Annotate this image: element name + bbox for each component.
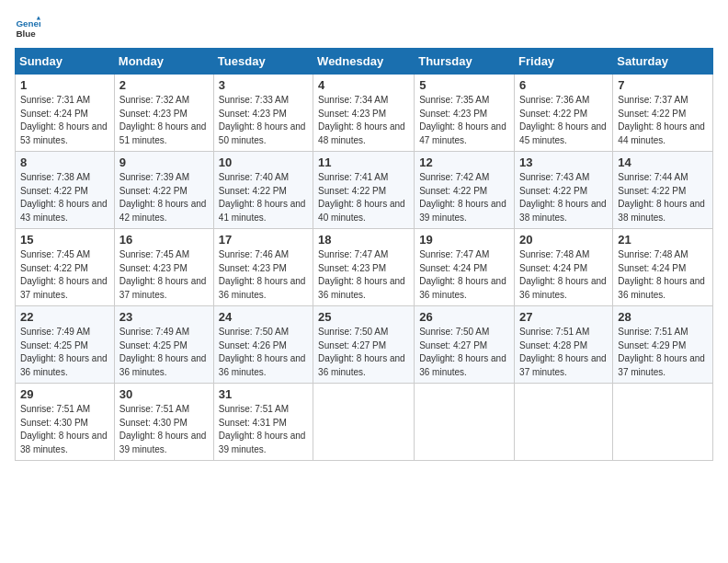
- calendar-cell: 21 Sunrise: 7:48 AM Sunset: 4:24 PM Dayl…: [613, 229, 713, 306]
- day-header-friday: Friday: [515, 49, 613, 75]
- day-number: 26: [419, 310, 509, 324]
- cell-info: Sunrise: 7:34 AM Sunset: 4:23 PM Dayligh…: [318, 94, 409, 147]
- calendar-header-row: SundayMondayTuesdayWednesdayThursdayFrid…: [16, 49, 713, 75]
- day-number: 18: [318, 233, 409, 247]
- cell-info: Sunrise: 7:51 AM Sunset: 4:31 PM Dayligh…: [219, 403, 308, 456]
- day-number: 10: [219, 155, 308, 169]
- calendar-cell: 31 Sunrise: 7:51 AM Sunset: 4:31 PM Dayl…: [213, 384, 313, 461]
- calendar-cell: 25 Sunrise: 7:50 AM Sunset: 4:27 PM Dayl…: [313, 306, 415, 384]
- day-number: 21: [618, 233, 708, 247]
- calendar-cell: 7 Sunrise: 7:37 AM Sunset: 4:22 PM Dayli…: [613, 75, 713, 152]
- day-number: 24: [219, 310, 308, 324]
- cell-info: Sunrise: 7:33 AM Sunset: 4:23 PM Dayligh…: [219, 94, 308, 147]
- day-number: 8: [20, 155, 109, 169]
- cell-info: Sunrise: 7:45 AM Sunset: 4:22 PM Dayligh…: [20, 248, 109, 302]
- calendar-cell: 4 Sunrise: 7:34 AM Sunset: 4:23 PM Dayli…: [313, 75, 415, 152]
- cell-info: Sunrise: 7:32 AM Sunset: 4:23 PM Dayligh…: [119, 94, 209, 147]
- day-number: 30: [119, 387, 209, 401]
- page-header: General Blue: [15, 15, 713, 40]
- day-number: 22: [20, 310, 109, 324]
- cell-info: Sunrise: 7:46 AM Sunset: 4:23 PM Dayligh…: [219, 248, 308, 302]
- calendar-cell: 12 Sunrise: 7:42 AM Sunset: 4:22 PM Dayl…: [415, 152, 515, 229]
- calendar-cell: 17 Sunrise: 7:46 AM Sunset: 4:23 PM Dayl…: [213, 229, 313, 306]
- cell-info: Sunrise: 7:38 AM Sunset: 4:22 PM Dayligh…: [20, 171, 109, 224]
- calendar-cell: 20 Sunrise: 7:48 AM Sunset: 4:24 PM Dayl…: [515, 229, 613, 306]
- cell-info: Sunrise: 7:35 AM Sunset: 4:23 PM Dayligh…: [419, 94, 509, 147]
- day-number: 15: [20, 233, 109, 247]
- day-number: 12: [419, 155, 509, 169]
- day-number: 2: [119, 78, 209, 92]
- calendar-cell: 29 Sunrise: 7:51 AM Sunset: 4:30 PM Dayl…: [16, 384, 115, 461]
- day-number: 17: [219, 233, 308, 247]
- logo: General Blue: [15, 15, 44, 40]
- cell-info: Sunrise: 7:50 AM Sunset: 4:26 PM Dayligh…: [219, 326, 308, 379]
- calendar-cell: 15 Sunrise: 7:45 AM Sunset: 4:22 PM Dayl…: [16, 229, 115, 306]
- day-number: 3: [219, 78, 308, 92]
- calendar-cell: 18 Sunrise: 7:47 AM Sunset: 4:23 PM Dayl…: [313, 229, 415, 306]
- day-number: 13: [519, 155, 608, 169]
- cell-info: Sunrise: 7:36 AM Sunset: 4:22 PM Dayligh…: [519, 94, 608, 147]
- cell-info: Sunrise: 7:48 AM Sunset: 4:24 PM Dayligh…: [618, 248, 708, 302]
- cell-info: Sunrise: 7:31 AM Sunset: 4:24 PM Dayligh…: [20, 94, 109, 147]
- day-number: 5: [419, 78, 509, 92]
- day-header-thursday: Thursday: [415, 49, 515, 75]
- cell-info: Sunrise: 7:40 AM Sunset: 4:22 PM Dayligh…: [219, 171, 308, 224]
- day-header-tuesday: Tuesday: [213, 49, 313, 75]
- calendar-cell: 27 Sunrise: 7:51 AM Sunset: 4:28 PM Dayl…: [515, 306, 613, 384]
- day-header-monday: Monday: [114, 49, 213, 75]
- calendar-cell: [613, 384, 713, 461]
- calendar-cell: 24 Sunrise: 7:50 AM Sunset: 4:26 PM Dayl…: [213, 306, 313, 384]
- day-header-wednesday: Wednesday: [313, 49, 415, 75]
- cell-info: Sunrise: 7:49 AM Sunset: 4:25 PM Dayligh…: [119, 326, 209, 379]
- calendar-cell: 13 Sunrise: 7:43 AM Sunset: 4:22 PM Dayl…: [515, 152, 613, 229]
- cell-info: Sunrise: 7:51 AM Sunset: 4:30 PM Dayligh…: [20, 403, 109, 456]
- week-row-2: 8 Sunrise: 7:38 AM Sunset: 4:22 PM Dayli…: [16, 152, 713, 229]
- calendar-cell: 6 Sunrise: 7:36 AM Sunset: 4:22 PM Dayli…: [515, 75, 613, 152]
- cell-info: Sunrise: 7:47 AM Sunset: 4:24 PM Dayligh…: [419, 248, 509, 302]
- calendar-cell: 9 Sunrise: 7:39 AM Sunset: 4:22 PM Dayli…: [114, 152, 213, 229]
- calendar-cell: 10 Sunrise: 7:40 AM Sunset: 4:22 PM Dayl…: [213, 152, 313, 229]
- day-number: 27: [519, 310, 608, 324]
- day-number: 20: [519, 233, 608, 247]
- day-number: 9: [119, 155, 209, 169]
- calendar-cell: 19 Sunrise: 7:47 AM Sunset: 4:24 PM Dayl…: [415, 229, 515, 306]
- day-number: 23: [119, 310, 209, 324]
- calendar-cell: 8 Sunrise: 7:38 AM Sunset: 4:22 PM Dayli…: [16, 152, 115, 229]
- calendar-body: 1 Sunrise: 7:31 AM Sunset: 4:24 PM Dayli…: [16, 75, 713, 461]
- day-number: 25: [318, 310, 409, 324]
- cell-info: Sunrise: 7:42 AM Sunset: 4:22 PM Dayligh…: [419, 171, 509, 224]
- day-number: 11: [318, 155, 409, 169]
- calendar-cell: 16 Sunrise: 7:45 AM Sunset: 4:23 PM Dayl…: [114, 229, 213, 306]
- day-number: 16: [119, 233, 209, 247]
- calendar-cell: 2 Sunrise: 7:32 AM Sunset: 4:23 PM Dayli…: [114, 75, 213, 152]
- day-header-saturday: Saturday: [613, 49, 713, 75]
- calendar-cell: 14 Sunrise: 7:44 AM Sunset: 4:22 PM Dayl…: [613, 152, 713, 229]
- calendar-cell: 30 Sunrise: 7:51 AM Sunset: 4:30 PM Dayl…: [114, 384, 213, 461]
- calendar-cell: 23 Sunrise: 7:49 AM Sunset: 4:25 PM Dayl…: [114, 306, 213, 384]
- cell-info: Sunrise: 7:51 AM Sunset: 4:28 PM Dayligh…: [519, 326, 608, 379]
- cell-info: Sunrise: 7:51 AM Sunset: 4:30 PM Dayligh…: [119, 403, 209, 456]
- day-number: 28: [618, 310, 708, 324]
- cell-info: Sunrise: 7:48 AM Sunset: 4:24 PM Dayligh…: [519, 248, 608, 302]
- cell-info: Sunrise: 7:43 AM Sunset: 4:22 PM Dayligh…: [519, 171, 608, 224]
- calendar-cell: [313, 384, 415, 461]
- cell-info: Sunrise: 7:51 AM Sunset: 4:29 PM Dayligh…: [618, 326, 708, 379]
- calendar-cell: 22 Sunrise: 7:49 AM Sunset: 4:25 PM Dayl…: [16, 306, 115, 384]
- day-number: 19: [419, 233, 509, 247]
- calendar-cell: [415, 384, 515, 461]
- cell-info: Sunrise: 7:50 AM Sunset: 4:27 PM Dayligh…: [419, 326, 509, 379]
- calendar-table: SundayMondayTuesdayWednesdayThursdayFrid…: [15, 48, 713, 461]
- calendar-cell: 3 Sunrise: 7:33 AM Sunset: 4:23 PM Dayli…: [213, 75, 313, 152]
- calendar-cell: [515, 384, 613, 461]
- cell-info: Sunrise: 7:47 AM Sunset: 4:23 PM Dayligh…: [318, 248, 409, 302]
- cell-info: Sunrise: 7:41 AM Sunset: 4:22 PM Dayligh…: [318, 171, 409, 224]
- cell-info: Sunrise: 7:39 AM Sunset: 4:22 PM Dayligh…: [119, 171, 209, 224]
- cell-info: Sunrise: 7:50 AM Sunset: 4:27 PM Dayligh…: [318, 326, 409, 379]
- day-number: 31: [219, 387, 308, 401]
- cell-info: Sunrise: 7:49 AM Sunset: 4:25 PM Dayligh…: [20, 326, 109, 379]
- day-number: 4: [318, 78, 409, 92]
- week-row-3: 15 Sunrise: 7:45 AM Sunset: 4:22 PM Dayl…: [16, 229, 713, 306]
- calendar-cell: 26 Sunrise: 7:50 AM Sunset: 4:27 PM Dayl…: [415, 306, 515, 384]
- svg-text:Blue: Blue: [16, 29, 36, 39]
- day-number: 6: [519, 78, 608, 92]
